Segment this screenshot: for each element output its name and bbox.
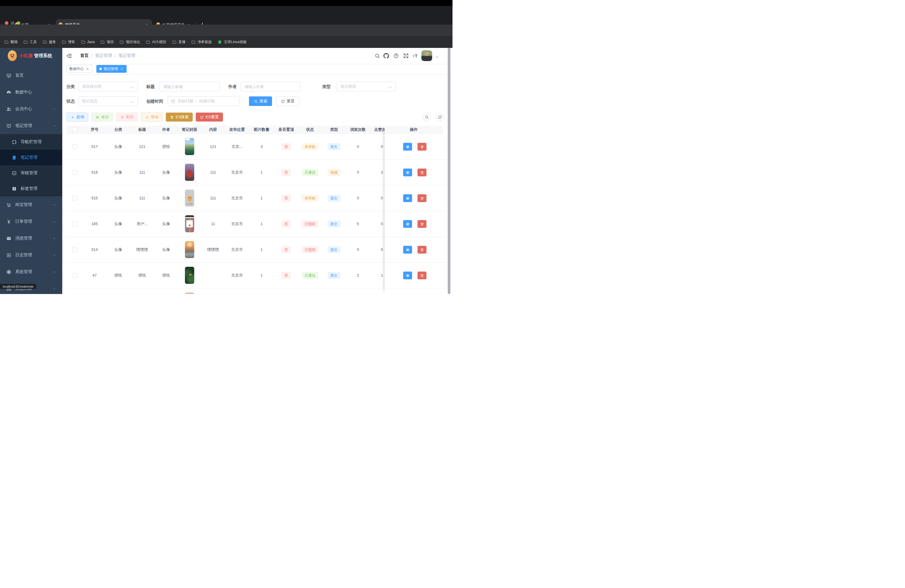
avatar-caret-icon[interactable] <box>435 56 439 59</box>
xiaohongshu-cover-image[interactable]: 小红薯 <box>185 189 194 207</box>
sidebar-item-订单管理[interactable]: 订单管理 <box>0 213 62 230</box>
tag-笔记管理[interactable]: 笔记管理 <box>96 65 127 73</box>
tag-数据中心[interactable]: 数据中心 <box>67 65 92 73</box>
red-figurine-cover-image[interactable] <box>185 164 194 181</box>
sidebar-item-会员中心[interactable]: 会员中心 <box>0 100 62 118</box>
bookmark-label: 翻墙 <box>11 40 17 44</box>
row-checkbox[interactable] <box>72 170 77 175</box>
bookmark-item[interactable]: 宝塔Linux面板 <box>218 40 247 44</box>
cell-location: 北京市 <box>225 185 249 211</box>
edit-row-button[interactable] <box>403 246 412 254</box>
github-icon[interactable] <box>383 53 389 59</box>
delete-row-button[interactable] <box>418 272 427 279</box>
sidebar-item-标签管理[interactable]: 标签管理 <box>0 181 62 196</box>
operations-fixed-column: 操作 <box>384 126 448 294</box>
fullscreen-icon[interactable] <box>403 53 409 59</box>
sidebar-fold-icon[interactable] <box>67 53 72 59</box>
page-scrollbar[interactable] <box>448 48 450 294</box>
cell-author: 壁纸 <box>154 134 178 159</box>
sidebar-item-系统管理[interactable]: 系统管理 <box>0 264 62 280</box>
help-icon[interactable] <box>393 53 399 59</box>
type-placeholder: 笔记类型 <box>341 84 356 89</box>
bookmark-item[interactable]: 净界家政 <box>191 40 212 44</box>
edit-row-button[interactable] <box>403 220 412 228</box>
edit-row-button[interactable] <box>403 168 412 176</box>
edit-button[interactable]: 修改 <box>91 113 113 122</box>
search-button[interactable]: 搜索 <box>249 96 272 106</box>
edit-row-button[interactable] <box>403 272 412 279</box>
sunset-beach-cover-image[interactable] <box>185 241 194 258</box>
type-label: 类型 <box>322 82 331 91</box>
title-input[interactable] <box>159 82 220 91</box>
select-all-checkbox[interactable] <box>72 127 77 132</box>
type-select[interactable]: 笔记类型 <box>337 82 395 91</box>
row-checkbox[interactable] <box>72 247 77 252</box>
show-search-toggle-button[interactable] <box>422 113 431 121</box>
es-search-button[interactable]: ES搜索 <box>166 113 193 122</box>
bookmark-item[interactable]: 翻墙 <box>4 40 17 44</box>
sidebar-item-消息管理[interactable]: 消息管理 <box>0 230 62 247</box>
tag-close-icon[interactable] <box>120 67 124 71</box>
column-header: 标题 <box>130 127 154 132</box>
sidebar-item-笔记管理[interactable]: 笔记管理 <box>0 150 62 165</box>
svg-text:T: T <box>415 54 418 58</box>
tag-close-icon[interactable] <box>86 67 89 71</box>
tag-label: 笔记管理 <box>103 67 118 72</box>
bookmark-item[interactable]: 博客 <box>62 40 75 44</box>
delete-row-button[interactable] <box>418 194 427 202</box>
es-reset-button[interactable]: ES重置 <box>196 113 223 122</box>
breadcrumb-item[interactable]: 笔记管理 <box>95 53 112 58</box>
sidebar-item-日志管理[interactable]: 日志管理 <box>0 247 62 264</box>
header-search-icon[interactable] <box>375 53 380 59</box>
reset-button[interactable]: 重置 <box>276 96 299 106</box>
bookmark-item[interactable]: Java <box>81 40 95 44</box>
edit-row-button[interactable] <box>403 143 412 151</box>
bookmark-item[interactable]: 服务 <box>43 40 56 44</box>
delete-row-button[interactable] <box>418 168 427 176</box>
sidebar-item-数据中心[interactable]: 数据中心 <box>0 84 62 100</box>
date-range-picker[interactable]: 开始日期 - 结束日期 <box>168 96 240 106</box>
row-checkbox[interactable] <box>72 144 77 149</box>
row-checkbox[interactable] <box>72 222 77 226</box>
sidebar-item-审核管理[interactable]: 审核管理 <box>0 165 62 181</box>
sidebar-item-label: 闲宝管理 <box>15 202 32 208</box>
delete-button[interactable]: 删除 <box>116 113 138 122</box>
bookmark-label: 宝塔Linux面板 <box>224 40 247 44</box>
lotus-pond-cover-image[interactable] <box>185 138 194 155</box>
pinned-badge: 否 <box>282 272 291 279</box>
sidebar-item-首页[interactable]: 首页 <box>0 67 62 84</box>
sidebar-item-闲宝管理[interactable]: 闲宝管理 <box>0 196 62 213</box>
alibaba-cover-image[interactable]: 阿里巴巴 <box>185 292 194 294</box>
cell-status: 已驳回 <box>298 288 322 294</box>
add-button[interactable]: 新增 <box>67 113 88 122</box>
bookmark-item[interactable]: AI大模型 <box>146 40 166 44</box>
operations-row <box>384 134 448 160</box>
bookmark-item[interactable]: 工具 <box>23 40 37 44</box>
app-shot-cover-image[interactable] <box>185 215 194 232</box>
fontsize-icon[interactable]: TT <box>413 53 418 59</box>
delete-row-button[interactable] <box>418 220 427 228</box>
bookmark-item[interactable]: 直播 <box>172 40 186 44</box>
breadcrumb-item[interactable]: 首页 <box>80 53 89 58</box>
cell-category: 头像 <box>106 134 130 159</box>
category-select[interactable]: 请选择分类 <box>78 82 138 91</box>
user-avatar[interactable] <box>421 50 432 61</box>
breadcrumb-item[interactable]: 笔记管理 <box>119 53 135 58</box>
export-button[interactable]: 导出 <box>141 113 163 122</box>
folder-icon <box>23 40 28 44</box>
forest-aerial-cover-image[interactable] <box>185 267 194 284</box>
sidebar-item-导航栏管理[interactable]: 导航栏管理 <box>0 134 62 150</box>
sidebar-item-笔记管理[interactable]: 笔记管理 <box>0 118 62 134</box>
refresh-table-button[interactable] <box>436 113 444 121</box>
edit-row-button[interactable] <box>403 194 412 202</box>
app-logo[interactable]: 小红薯管理系统 <box>8 50 52 61</box>
delete-row-button[interactable] <box>418 143 427 151</box>
bookmark-item[interactable]: 项目 <box>100 40 114 44</box>
row-checkbox[interactable] <box>72 196 77 200</box>
status-select[interactable]: 笔记状态 <box>78 96 138 106</box>
row-checkbox[interactable] <box>72 273 77 278</box>
delete-row-button[interactable] <box>418 246 427 254</box>
bookmark-item[interactable]: 项目地址 <box>119 40 140 44</box>
author-input[interactable] <box>241 82 300 91</box>
cover-ellipsis: .. <box>195 178 197 181</box>
